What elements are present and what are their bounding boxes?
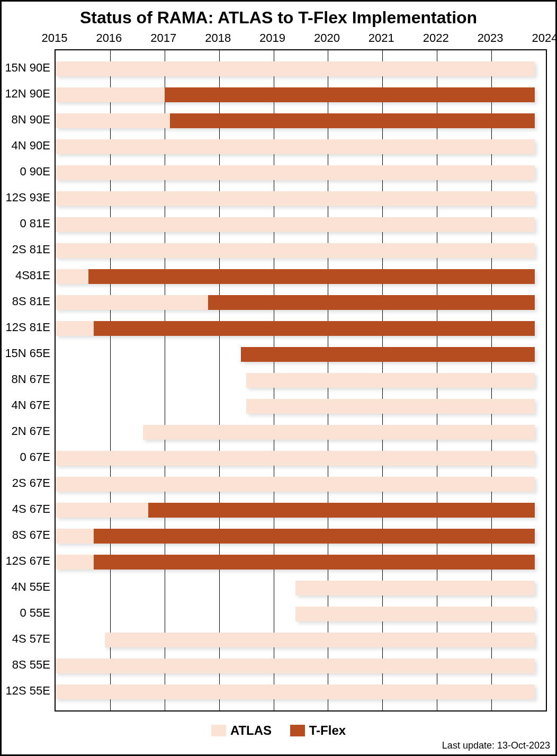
y-tick-label: 2S 67E bbox=[2, 476, 50, 490]
legend-item-atlas: ATLAS bbox=[211, 723, 272, 738]
y-tick-label: 15N 65E bbox=[2, 346, 50, 360]
x-tick-label: 2016 bbox=[96, 31, 122, 45]
y-tick-label: 2S 81E bbox=[2, 243, 50, 256]
bar-atlas bbox=[56, 243, 535, 258]
y-tick-label: 12S 93E bbox=[2, 191, 50, 204]
legend-label-atlas: ATLAS bbox=[230, 723, 272, 738]
legend-swatch-tflex bbox=[290, 725, 305, 736]
y-tick-label: 4N 55E bbox=[2, 580, 50, 594]
bar-atlas bbox=[56, 503, 148, 518]
bar-atlas bbox=[56, 295, 208, 310]
y-tick-label: 12S 55E bbox=[2, 684, 50, 698]
bar-atlas bbox=[246, 373, 535, 388]
x-tick-label: 2020 bbox=[314, 31, 340, 45]
bar-tflex bbox=[241, 347, 535, 362]
x-tick-label: 2024 bbox=[532, 31, 557, 45]
bar-atlas bbox=[56, 451, 535, 466]
chart-title: Status of RAMA: ATLAS to T-Flex Implemen… bbox=[2, 8, 555, 28]
y-tick-label: 0 67E bbox=[2, 450, 50, 464]
bar-atlas bbox=[56, 87, 165, 102]
bar-atlas bbox=[56, 165, 535, 180]
bar-tflex bbox=[94, 529, 535, 544]
bar-tflex bbox=[165, 87, 535, 102]
y-tick-label: 8N 67E bbox=[2, 372, 50, 386]
bar-atlas bbox=[143, 425, 535, 440]
plot-area bbox=[55, 49, 547, 711]
bar-atlas bbox=[56, 217, 535, 232]
y-tick-label: 0 55E bbox=[2, 606, 50, 620]
y-tick-label: 4S 57E bbox=[2, 632, 50, 646]
bar-atlas bbox=[56, 555, 94, 570]
bar-atlas bbox=[56, 684, 535, 699]
bar-atlas bbox=[105, 633, 535, 647]
x-tick-label: 2023 bbox=[478, 31, 504, 45]
bar-atlas bbox=[56, 61, 535, 76]
y-tick-label: 0 81E bbox=[2, 217, 50, 230]
bar-tflex bbox=[94, 321, 535, 336]
x-tick-label: 2015 bbox=[42, 31, 68, 45]
y-tick-label: 8S 81E bbox=[2, 295, 50, 308]
legend: ATLAS T-Flex bbox=[2, 723, 555, 740]
bar-atlas bbox=[246, 399, 535, 414]
y-tick-label: 4N 90E bbox=[2, 139, 50, 153]
bar-atlas bbox=[56, 113, 170, 128]
bar-atlas bbox=[56, 529, 94, 544]
y-tick-label: 8S 67E bbox=[2, 528, 50, 542]
y-tick-label: 4S81E bbox=[2, 269, 50, 282]
bar-tflex bbox=[208, 295, 535, 310]
bar-atlas bbox=[56, 321, 94, 336]
y-tick-label: 4S 67E bbox=[2, 502, 50, 516]
bar-atlas bbox=[56, 659, 535, 673]
y-tick-label: 12N 90E bbox=[2, 87, 50, 101]
y-tick-label: 2N 67E bbox=[2, 424, 50, 438]
bar-atlas bbox=[295, 607, 535, 621]
bar-atlas bbox=[56, 269, 88, 284]
bar-atlas bbox=[56, 139, 535, 154]
y-tick-label: 0 90E bbox=[2, 165, 50, 179]
bar-tflex bbox=[88, 269, 535, 284]
bar-tflex bbox=[148, 503, 535, 518]
x-tick-label: 2019 bbox=[259, 31, 285, 45]
y-tick-label: 8N 90E bbox=[2, 113, 50, 127]
legend-label-tflex: T-Flex bbox=[309, 723, 346, 738]
x-tick-label: 2017 bbox=[150, 31, 176, 45]
x-tick-label: 2021 bbox=[369, 31, 394, 45]
bar-atlas bbox=[56, 191, 535, 206]
y-tick-label: 15N 90E bbox=[2, 61, 50, 75]
footer-last-update: Last update: 13-Oct-2023 bbox=[442, 740, 550, 751]
x-tick-label: 2018 bbox=[205, 31, 231, 45]
bar-atlas bbox=[56, 477, 535, 492]
y-tick-label: 12S 67E bbox=[2, 554, 50, 568]
bar-tflex bbox=[170, 113, 535, 128]
y-tick-label: 12S 81E bbox=[2, 321, 50, 334]
y-tick-label: 4N 67E bbox=[2, 398, 50, 412]
legend-item-tflex: T-Flex bbox=[290, 723, 346, 738]
bar-tflex bbox=[94, 555, 535, 570]
legend-swatch-atlas bbox=[211, 725, 226, 736]
bar-atlas bbox=[295, 581, 535, 595]
x-tick-label: 2022 bbox=[423, 31, 449, 45]
y-tick-label: 8S 55E bbox=[2, 658, 50, 672]
page-container: Status of RAMA: ATLAS to T-Flex Implemen… bbox=[0, 0, 557, 756]
